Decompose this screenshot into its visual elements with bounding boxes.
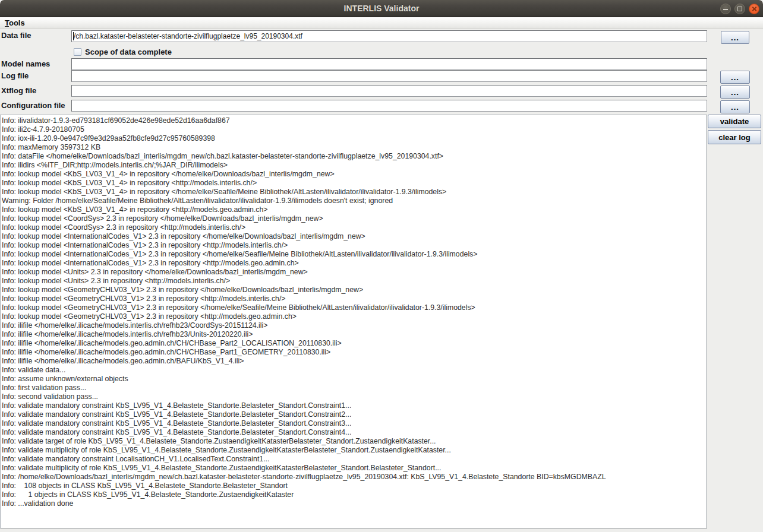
log-line: Info: validate multiplicity of role KbS_… (2, 446, 707, 455)
log-line: Info: ilifile </home/elke/.ilicache/mode… (2, 348, 707, 357)
log-line: Info: validate data... (2, 366, 707, 375)
log-line: Info: ili2c-4.7.9-20180705 (2, 125, 707, 134)
maximize-icon (737, 7, 742, 11)
close-button[interactable] (749, 4, 759, 14)
log-line: Info: maxMemory 3597312 KB (2, 143, 707, 152)
titlebar[interactable]: INTERLIS Validator (0, 0, 763, 17)
xtflog-file-input[interactable] (71, 85, 707, 97)
log-file-browse-button[interactable]: ... (720, 71, 750, 84)
log-line: Info: lookup model <GeometryCHLV03_V1> 2… (2, 286, 707, 294)
configuration-file-input[interactable] (71, 100, 707, 112)
log-line: Info: ...validation done (2, 499, 707, 508)
scope-of-data-label[interactable]: Scope of data complete (85, 48, 172, 56)
log-line: Info: 1 objects in CLASS KbS_LV95_V1_4.B… (2, 490, 707, 499)
log-line: Info: lookup model <Units> 2.3 in reposi… (2, 268, 707, 277)
log-file-label: Log file (1, 71, 29, 80)
maximize-button[interactable] (734, 4, 745, 14)
xtflog-file-label: Xtflog file (1, 86, 36, 95)
model-names-input[interactable] (71, 58, 707, 70)
log-line: Info: lookup model <InternationalCodes_V… (2, 232, 707, 241)
log-line: Info: lookup model <InternationalCodes_V… (2, 259, 707, 268)
log-line: Info: /home/elke/Downloads/bazl_interlis… (2, 473, 707, 482)
log-line: Info: ilifile </home/elke/.ilicache/mode… (2, 357, 707, 366)
data-file-browse-button[interactable]: ... (721, 31, 749, 44)
log-line: Info: second validation pass... (2, 392, 707, 401)
log-line: Info: lookup model <KbS_LV03_V1_4> in re… (2, 179, 707, 188)
log-line: Info: lookup model <KbS_LV03_V1_4> in re… (2, 188, 707, 197)
log-line: Info: validate mandatory constraint KbS_… (2, 428, 707, 437)
log-line: Info: lookup model <Units> 2.3 in reposi… (2, 277, 707, 286)
log-line: Info: ilivalidator-1.9.3-ed793181cf69052… (2, 116, 707, 125)
log-line: Info: ilifile </home/elke/.ilicache/mode… (2, 330, 707, 339)
window-title: INTERLIS Validator (0, 4, 763, 13)
log-line: Info: lookup model <KbS_LV03_V1_4> in re… (2, 170, 707, 179)
xtflog-file-browse-button[interactable]: ... (720, 86, 750, 99)
menubar: Tools (0, 17, 763, 28)
log-line: Info: 108 objects in CLASS KbS_LV95_V1_4… (2, 482, 707, 490)
validate-button[interactable]: validate (708, 115, 761, 128)
log-line: Info: validate multiplicity of role KbS_… (2, 464, 707, 473)
log-line: Info: ilidirs <%ITF_DIR;http://models.in… (2, 161, 707, 170)
log-line: Info: lookup model <InternationalCodes_V… (2, 241, 707, 250)
log-line: Info: validate target of role KbS_LV95_V… (2, 437, 707, 446)
log-line: Info: iox-ili-1.20.9-0e947c9f9e3d29aa52f… (2, 134, 707, 143)
interlis-validator-window: INTERLIS Validator Tools Data file ... S… (0, 0, 763, 532)
log-line: Info: first validation pass... (2, 384, 707, 392)
configuration-file-label: Configuration file (1, 101, 65, 110)
log-line: Info: validate mandatory constraint Loca… (2, 455, 707, 464)
main-content: Data file ... Scope of data complete Mod… (0, 28, 763, 532)
log-line: Info: assume unknown/external objects (2, 375, 707, 384)
minimize-icon (723, 9, 728, 10)
log-line: Info: lookup model <CoordSys> 2.3 in rep… (2, 214, 707, 223)
log-line: Info: validate mandatory constraint KbS_… (2, 419, 707, 428)
data-file-input[interactable] (71, 30, 707, 42)
log-file-input[interactable] (71, 70, 707, 82)
log-line: Info: ilifile </home/elke/.ilicache/mode… (2, 339, 707, 348)
log-line: Info: validate mandatory constraint KbS_… (2, 401, 707, 410)
log-line: Info: lookup model <GeometryCHLV03_V1> 2… (2, 294, 707, 303)
log-output-area[interactable]: Info: ilivalidator-1.9.3-ed793181cf69052… (0, 115, 707, 528)
clear-log-button[interactable]: clear log (708, 130, 761, 144)
log-line: Info: lookup model <KbS_LV03_V1_4> in re… (2, 205, 707, 214)
menu-item-tools[interactable]: Tools (0, 18, 30, 27)
log-line: Info: lookup model <CoordSys> 2.3 in rep… (2, 223, 707, 232)
log-line: Info: ilifile </home/elke/.ilicache/mode… (2, 321, 707, 330)
data-file-label: Data file (1, 31, 31, 40)
log-line: Info: validate mandatory constraint KbS_… (2, 410, 707, 419)
model-names-label: Model names (1, 59, 50, 68)
log-line: Warning: Folder /home/elke/Seafile/Meine… (2, 197, 707, 205)
text-caret (73, 32, 74, 40)
scope-of-data-checkbox[interactable] (74, 48, 81, 56)
configuration-file-browse-button[interactable]: ... (720, 100, 750, 113)
log-line: Info: lookup model <InternationalCodes_V… (2, 250, 707, 259)
log-line: Info: lookup model <GeometryCHLV03_V1> 2… (2, 312, 707, 321)
minimize-button[interactable] (720, 4, 731, 14)
log-line: Info: dataFile </home/elke/Downloads/baz… (2, 152, 707, 161)
log-line: Info: lookup model <GeometryCHLV03_V1> 2… (2, 303, 707, 312)
